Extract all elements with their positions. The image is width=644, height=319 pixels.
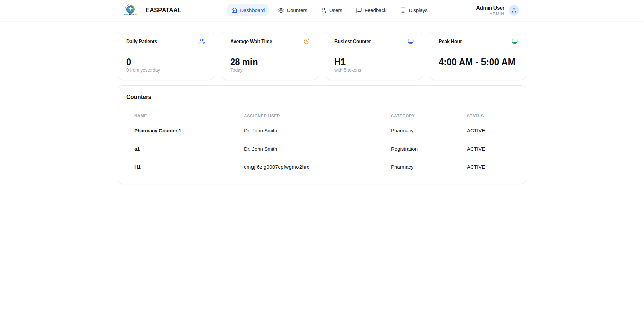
svg-text:EASPATAAL: EASPATAAL xyxy=(124,13,138,16)
